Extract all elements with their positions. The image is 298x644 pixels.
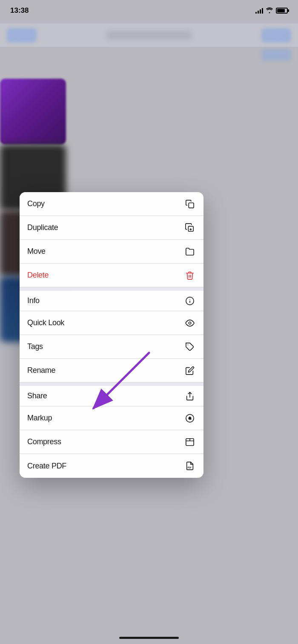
menu-icon-compress bbox=[184, 436, 196, 448]
menu-icon-move bbox=[184, 246, 196, 258]
menu-item-rename[interactable]: Rename bbox=[20, 359, 203, 383]
menu-item-tags[interactable]: Tags bbox=[20, 335, 203, 359]
file-thumbnail-2 bbox=[0, 79, 66, 145]
menu-icon-tags bbox=[184, 341, 196, 353]
menu-icon-share bbox=[184, 390, 196, 402]
menu-icon-info bbox=[184, 295, 196, 307]
menu-item-createpdf[interactable]: Create PDFPDF bbox=[20, 454, 203, 478]
svg-point-31 bbox=[189, 417, 191, 420]
svg-point-27 bbox=[189, 322, 191, 324]
nav-title bbox=[106, 31, 192, 40]
menu-item-delete[interactable]: Delete bbox=[20, 264, 203, 287]
menu-item-compress[interactable]: Compress bbox=[20, 430, 203, 454]
menu-label-share: Share bbox=[27, 392, 47, 400]
menu-icon-createpdf: PDF bbox=[184, 460, 196, 472]
menu-item-move[interactable]: Move bbox=[20, 240, 203, 264]
menu-label-copy: Copy bbox=[27, 199, 45, 208]
menu-item-share[interactable]: Share bbox=[20, 383, 203, 406]
menu-label-info: Info bbox=[27, 296, 40, 305]
menu-item-info[interactable]: Info bbox=[20, 287, 203, 311]
menu-icon-quicklook bbox=[184, 317, 196, 329]
svg-text:PDF: PDF bbox=[188, 467, 192, 469]
wifi-icon bbox=[266, 7, 273, 14]
menu-label-markup: Markup bbox=[27, 414, 52, 423]
menu-label-delete: Delete bbox=[27, 271, 49, 280]
menu-label-compress: Compress bbox=[27, 437, 61, 446]
context-menu: CopyDuplicateMoveDeleteInfoQuick LookTag… bbox=[20, 192, 203, 478]
home-indicator bbox=[119, 637, 179, 639]
menu-item-duplicate[interactable]: Duplicate bbox=[20, 216, 203, 240]
nav-secondary-button bbox=[261, 49, 291, 61]
menu-item-quicklook[interactable]: Quick Look bbox=[20, 311, 203, 335]
nav-back-button bbox=[7, 28, 37, 43]
svg-rect-20 bbox=[189, 203, 194, 208]
menu-icon-duplicate bbox=[184, 222, 196, 234]
menu-icon-rename bbox=[184, 365, 196, 377]
menu-label-move: Move bbox=[27, 247, 46, 256]
menu-label-duplicate: Duplicate bbox=[27, 223, 58, 232]
menu-icon-copy bbox=[184, 198, 196, 210]
battery-icon bbox=[276, 8, 288, 14]
top-nav-bar bbox=[0, 23, 298, 47]
menu-icon-markup bbox=[184, 412, 196, 424]
menu-label-quicklook: Quick Look bbox=[27, 318, 64, 327]
signal-icon bbox=[255, 8, 263, 14]
menu-item-markup[interactable]: Markup bbox=[20, 406, 203, 430]
menu-label-rename: Rename bbox=[27, 366, 55, 375]
menu-icon-delete bbox=[184, 270, 196, 281]
menu-label-tags: Tags bbox=[27, 342, 43, 351]
status-time: 13:38 bbox=[10, 6, 29, 15]
status-icons bbox=[255, 7, 288, 14]
nav-action-button bbox=[261, 28, 291, 43]
menu-item-copy[interactable]: Copy bbox=[20, 192, 203, 216]
menu-label-createpdf: Create PDF bbox=[27, 462, 66, 471]
status-bar: 13:38 bbox=[0, 0, 298, 21]
